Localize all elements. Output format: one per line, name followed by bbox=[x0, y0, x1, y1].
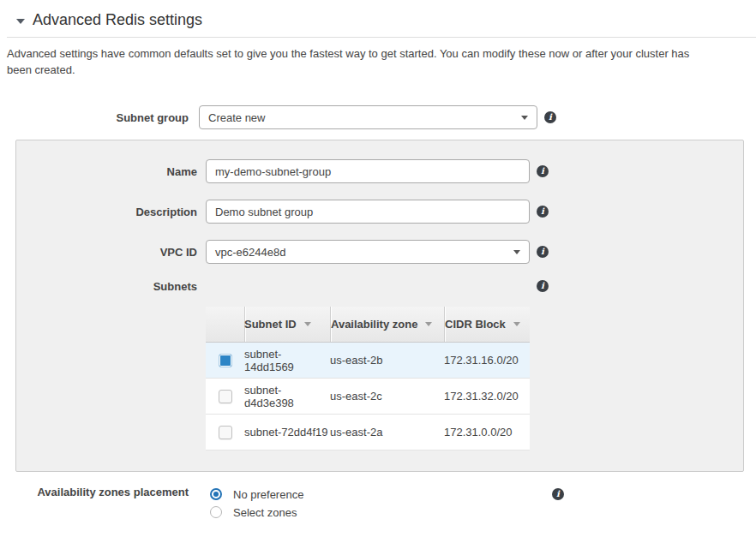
row-checkbox-unchecked[interactable] bbox=[219, 426, 232, 439]
column-header-cidr-block[interactable]: CIDR Block bbox=[444, 307, 530, 342]
table-row[interactable]: subnet-14dd1569 us-east-2b 172.31.16.0/2… bbox=[206, 343, 530, 379]
vpc-id-row: VPC ID vpc-e6244e8d i bbox=[16, 240, 743, 264]
subnet-group-label: Subnet group bbox=[0, 111, 189, 124]
subnets-table: Subnet ID Availability zone CIDR Block s… bbox=[206, 307, 530, 450]
table-row[interactable]: subnet-d4d3e398 us-east-2c 172.31.32.0/2… bbox=[206, 379, 530, 415]
availability-zone-cell: us-east-2b bbox=[330, 343, 444, 378]
radio-option-select-zones[interactable]: Select zones bbox=[210, 504, 545, 521]
vpc-id-select[interactable]: vpc-e6244e8d bbox=[206, 240, 530, 264]
section-title: Advanced Redis settings bbox=[33, 11, 202, 29]
subnets-row: Subnets i bbox=[16, 280, 743, 294]
description-info-icon[interactable]: i bbox=[537, 206, 549, 218]
subnet-group-select[interactable]: Create new bbox=[199, 105, 537, 129]
caret-down-icon bbox=[521, 116, 528, 120]
select-column-header bbox=[206, 307, 244, 342]
subnets-spacer bbox=[206, 280, 530, 294]
radio-unselected-icon[interactable] bbox=[210, 506, 222, 518]
name-label: Name bbox=[16, 165, 197, 178]
row-checkbox-checked[interactable] bbox=[219, 354, 232, 367]
subnets-label: Subnets bbox=[16, 280, 197, 293]
section-header-toggle[interactable]: Advanced Redis settings bbox=[7, 0, 756, 38]
subnets-table-body: subnet-14dd1569 us-east-2b 172.31.16.0/2… bbox=[206, 343, 530, 450]
cidr-block-cell: 172.31.16.0/20 bbox=[444, 343, 530, 378]
vpc-id-selected-value: vpc-e6244e8d bbox=[215, 246, 285, 259]
subnet-group-panel: Name i Description i VPC ID vpc-e6244e8d… bbox=[15, 140, 744, 472]
table-row[interactable]: subnet-72dd4f19 us-east-2a 172.31.0.0/20 bbox=[206, 415, 530, 450]
advanced-redis-settings-section: Advanced Redis settings Advanced setting… bbox=[0, 0, 756, 522]
description-label: Description bbox=[16, 206, 197, 218]
subnet-id-cell: subnet-d4d3e398 bbox=[244, 379, 330, 414]
collapse-arrow-icon bbox=[16, 19, 25, 24]
subnet-group-info-icon[interactable]: i bbox=[544, 111, 556, 123]
sort-caret-icon bbox=[425, 322, 432, 326]
vpc-id-info-icon[interactable]: i bbox=[537, 246, 549, 258]
availability-zone-cell: us-east-2c bbox=[330, 379, 444, 414]
column-header-subnet-id[interactable]: Subnet ID bbox=[244, 307, 330, 342]
subnet-group-row: Subnet group Create new i bbox=[0, 105, 756, 129]
availability-zone-cell: us-east-2a bbox=[330, 415, 444, 450]
az-placement-options: No preference Select zones bbox=[210, 486, 545, 522]
column-header-availability-zone[interactable]: Availability zone bbox=[330, 307, 444, 342]
radio-option-no-preference[interactable]: No preference bbox=[210, 486, 545, 503]
name-info-icon[interactable]: i bbox=[537, 165, 549, 177]
subnet-id-cell: subnet-72dd4f19 bbox=[244, 415, 330, 450]
radio-label: Select zones bbox=[233, 506, 297, 519]
column-label: CIDR Block bbox=[445, 318, 506, 331]
section-description: Advanced settings have common defaults s… bbox=[7, 45, 717, 78]
column-label: Subnet ID bbox=[244, 318, 297, 331]
description-row: Description i bbox=[16, 200, 743, 224]
column-label: Availability zone bbox=[331, 318, 417, 331]
caret-down-icon bbox=[513, 250, 520, 254]
subnets-info-icon[interactable]: i bbox=[537, 280, 549, 292]
row-checkbox-unchecked[interactable] bbox=[219, 390, 232, 403]
name-row: Name i bbox=[16, 159, 743, 183]
az-placement-info-icon[interactable]: i bbox=[552, 488, 564, 500]
availability-zones-placement-row: Availability zones placement No preferen… bbox=[0, 486, 756, 522]
radio-selected-icon[interactable] bbox=[210, 488, 222, 500]
subnet-group-selected-value: Create new bbox=[208, 111, 265, 124]
cidr-block-cell: 172.31.32.0/20 bbox=[444, 379, 530, 414]
cidr-block-cell: 172.31.0.0/20 bbox=[444, 415, 530, 450]
name-input[interactable] bbox=[206, 159, 530, 183]
sort-caret-icon bbox=[513, 322, 520, 326]
description-input[interactable] bbox=[206, 200, 530, 224]
radio-label: No preference bbox=[233, 488, 303, 501]
subnets-table-header: Subnet ID Availability zone CIDR Block bbox=[206, 307, 530, 343]
vpc-id-label: VPC ID bbox=[16, 246, 197, 259]
subnet-id-cell: subnet-14dd1569 bbox=[244, 343, 330, 378]
sort-caret-icon bbox=[304, 322, 311, 326]
availability-zones-placement-label: Availability zones placement bbox=[0, 486, 189, 498]
